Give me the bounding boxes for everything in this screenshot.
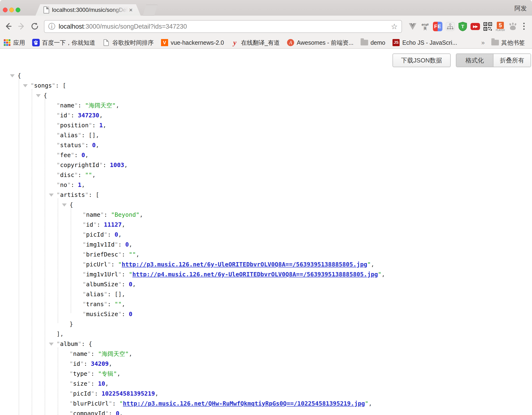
collapse-triangle-icon[interactable] bbox=[62, 203, 67, 207]
json-link[interactable]: http://p3.music.126.net/QHw-RuMwfQkmqtiy… bbox=[123, 400, 365, 407]
json-token: 0 bbox=[81, 152, 85, 159]
json-token: " bbox=[57, 142, 60, 149]
json-token: " bbox=[69, 400, 73, 407]
json-token: " bbox=[69, 360, 73, 367]
json-token: " bbox=[119, 400, 123, 407]
site-info-icon[interactable]: ⓘ bbox=[48, 23, 55, 30]
json-line: "alias": [], bbox=[0, 289, 532, 299]
json-tree: {"songs": [{"name": "海阔天空","id": 347230,… bbox=[0, 71, 532, 415]
json-token: " bbox=[78, 340, 81, 347]
json-token: songs bbox=[34, 82, 52, 89]
bookmark-item[interactable]: 应用 bbox=[3, 39, 25, 47]
collapse-triangle-icon[interactable] bbox=[49, 343, 54, 346]
bookmark-item[interactable]: AAwesomes - 前端资... bbox=[287, 39, 353, 47]
bookmark-label: 在线翻译_有道 bbox=[241, 39, 280, 47]
other-bookmarks-folder[interactable]: 其他书签 bbox=[491, 39, 525, 47]
json-token: , bbox=[133, 281, 136, 288]
bookmark-label: 谷歌按时间排序 bbox=[112, 39, 154, 47]
forward-button[interactable] bbox=[17, 21, 27, 31]
tampermonkey-icon[interactable]: T bbox=[458, 21, 468, 31]
json-token: " bbox=[83, 241, 86, 248]
json-line: "no": 1, bbox=[0, 180, 532, 190]
translate-icon[interactable]: en⇄英 bbox=[420, 21, 430, 31]
json-token: name bbox=[60, 102, 74, 109]
url-path: :3000/music/songDetail?ids=347230 bbox=[84, 23, 187, 30]
json-token: " bbox=[57, 112, 60, 119]
profile-name[interactable]: 阿发 bbox=[514, 4, 527, 12]
json-token: id bbox=[73, 360, 80, 367]
chrome-menu-icon[interactable] bbox=[519, 21, 529, 31]
apps-grid-icon bbox=[3, 39, 11, 46]
new-tab-button[interactable] bbox=[143, 5, 157, 16]
browser-tab[interactable]: localhost:3000/music/songDet × bbox=[36, 4, 141, 16]
address-bar[interactable]: ⓘ localhost:3000/music/songDetail?ids=34… bbox=[44, 20, 402, 33]
bookmark-item[interactable]: Vvue-hackernews-2.0 bbox=[161, 39, 224, 46]
json-token: " bbox=[83, 221, 86, 228]
bookmarks-overflow-icon[interactable]: » bbox=[481, 39, 485, 46]
collapse-triangle-icon[interactable] bbox=[10, 74, 15, 77]
json-line: "id": 34209, bbox=[0, 359, 532, 369]
json-line: "musicSize": 0 bbox=[0, 309, 532, 319]
json-token: : bbox=[92, 122, 99, 129]
minimize-window-button[interactable] bbox=[9, 8, 14, 12]
bookmark-item[interactable]: y在线翻译_有道 bbox=[231, 39, 280, 47]
download-json-button[interactable]: 下载JSON数据 bbox=[392, 53, 451, 67]
collapse-triangle-icon[interactable] bbox=[49, 193, 54, 197]
json-link[interactable]: http://p4.music.126.net/6y-UleORITEDbvrO… bbox=[133, 271, 378, 278]
json-token: 0 bbox=[129, 311, 133, 318]
json-token: " bbox=[114, 241, 118, 248]
json-token: " bbox=[71, 152, 74, 159]
paw-icon[interactable] bbox=[508, 21, 518, 31]
indent-guide bbox=[58, 199, 58, 323]
json-token: " bbox=[83, 281, 86, 288]
json-link[interactable]: http://p3.music.126.net/6y-UleORITEDbvrO… bbox=[122, 261, 367, 268]
bookmark-item[interactable]: 百度一下，你就知道 bbox=[32, 39, 95, 47]
bookmark-item[interactable]: JSEcho JS - JavaScri... bbox=[392, 39, 457, 46]
tab-close-icon[interactable]: × bbox=[129, 7, 133, 13]
json-token: : bbox=[103, 162, 110, 168]
sitemap-icon[interactable] bbox=[445, 21, 455, 31]
json-token: " bbox=[83, 301, 86, 308]
format-button[interactable]: 格式化 bbox=[456, 54, 494, 67]
vue-devtools-icon[interactable] bbox=[408, 21, 418, 31]
json-token: " bbox=[85, 191, 88, 198]
json-token: , bbox=[381, 271, 385, 278]
json-token: 1 bbox=[78, 182, 81, 188]
json-token: " bbox=[367, 261, 371, 268]
json-token: " bbox=[57, 122, 60, 129]
json-token: "" bbox=[129, 251, 136, 258]
html5-player-icon[interactable]: 5PLAYER bbox=[495, 21, 505, 31]
fastforward-icon[interactable]: ▶▶ bbox=[470, 21, 480, 31]
json-token: : bbox=[71, 112, 78, 119]
json-token: 0 bbox=[92, 142, 96, 149]
bookmark-item[interactable]: 谷歌按时间排序 bbox=[102, 39, 154, 47]
json-token: " bbox=[57, 340, 60, 347]
json-token: 347230 bbox=[78, 112, 99, 119]
fe-icon[interactable]: FE bbox=[433, 21, 443, 31]
bookmark-star-icon[interactable]: ☆ bbox=[391, 22, 398, 31]
json-token: position bbox=[60, 122, 88, 129]
collapse-triangle-icon[interactable] bbox=[23, 84, 28, 87]
json-token: " bbox=[67, 182, 71, 188]
refresh-button[interactable] bbox=[30, 21, 40, 31]
json-token: " bbox=[100, 211, 104, 218]
folder-icon bbox=[491, 39, 499, 46]
bookmark-label: 百度一下，你就知道 bbox=[42, 39, 95, 47]
json-token: : bbox=[104, 211, 111, 218]
json-token: : bbox=[122, 271, 129, 278]
json-line: "copyrightId": 1003, bbox=[0, 160, 532, 170]
collapse-triangle-icon[interactable] bbox=[36, 94, 41, 97]
json-line: "img1v1Url": "http://p4.music.126.net/6y… bbox=[0, 270, 532, 280]
qrcode-icon[interactable] bbox=[483, 21, 493, 31]
bookmark-item[interactable]: demo bbox=[361, 39, 385, 46]
json-token: : bbox=[78, 102, 85, 109]
json-line: "fee": 0, bbox=[0, 150, 532, 160]
tab-title-fade bbox=[111, 7, 128, 13]
bookmark-label: Awesomes - 前端资... bbox=[297, 39, 353, 47]
back-button[interactable] bbox=[3, 21, 13, 31]
json-token: : bbox=[74, 152, 81, 159]
zoom-window-button[interactable] bbox=[16, 8, 20, 12]
close-window-button[interactable] bbox=[3, 8, 8, 12]
collapse-all-button[interactable]: 折叠所有 bbox=[494, 54, 531, 67]
json-line: "disc": "", bbox=[0, 170, 532, 180]
